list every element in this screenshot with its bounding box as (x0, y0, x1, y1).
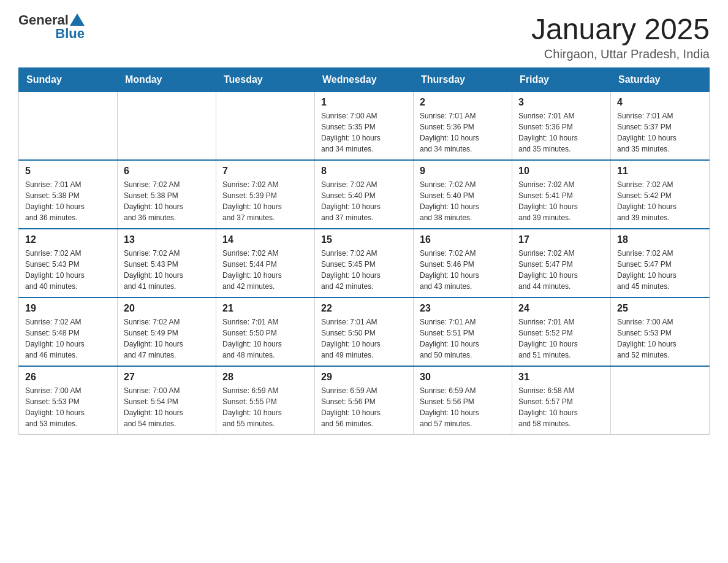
day-number: 20 (124, 303, 210, 314)
day-number: 7 (222, 166, 308, 177)
title-area: January 2025 Chirgaon, Uttar Pradesh, In… (531, 12, 710, 61)
calendar-cell: 12Sunrise: 7:02 AM Sunset: 5:43 PM Dayli… (19, 229, 118, 297)
day-info: Sunrise: 7:01 AM Sunset: 5:36 PM Dayligh… (420, 110, 506, 155)
day-number: 9 (420, 166, 506, 177)
day-info: Sunrise: 7:02 AM Sunset: 5:40 PM Dayligh… (321, 179, 407, 223)
day-number: 14 (222, 234, 308, 245)
day-number: 21 (222, 303, 308, 314)
calendar-cell (118, 92, 216, 161)
day-info: Sunrise: 7:02 AM Sunset: 5:42 PM Dayligh… (617, 179, 703, 223)
calendar-cell: 13Sunrise: 7:02 AM Sunset: 5:43 PM Dayli… (118, 229, 216, 297)
day-info: Sunrise: 6:59 AM Sunset: 5:55 PM Dayligh… (222, 385, 308, 429)
day-info: Sunrise: 7:01 AM Sunset: 5:50 PM Dayligh… (222, 316, 308, 361)
day-info: Sunrise: 7:02 AM Sunset: 5:47 PM Dayligh… (617, 248, 703, 292)
calendar-cell: 28Sunrise: 6:59 AM Sunset: 5:55 PM Dayli… (216, 366, 315, 435)
week-row-3: 12Sunrise: 7:02 AM Sunset: 5:43 PM Dayli… (19, 229, 710, 297)
day-header-thursday: Thursday (414, 68, 512, 92)
day-info: Sunrise: 7:02 AM Sunset: 5:49 PM Dayligh… (124, 316, 210, 361)
calendar-cell: 20Sunrise: 7:02 AM Sunset: 5:49 PM Dayli… (118, 297, 216, 366)
day-info: Sunrise: 7:02 AM Sunset: 5:39 PM Dayligh… (222, 179, 308, 223)
calendar-cell: 2Sunrise: 7:01 AM Sunset: 5:36 PM Daylig… (414, 92, 512, 161)
day-header-tuesday: Tuesday (216, 68, 315, 92)
day-info: Sunrise: 7:02 AM Sunset: 5:47 PM Dayligh… (518, 248, 604, 292)
day-number: 2 (420, 97, 506, 108)
day-number: 12 (25, 234, 111, 245)
week-row-4: 19Sunrise: 7:02 AM Sunset: 5:48 PM Dayli… (19, 297, 710, 366)
day-info: Sunrise: 7:01 AM Sunset: 5:37 PM Dayligh… (617, 110, 703, 155)
calendar-cell: 8Sunrise: 7:02 AM Sunset: 5:40 PM Daylig… (315, 160, 414, 229)
day-info: Sunrise: 7:01 AM Sunset: 5:52 PM Dayligh… (518, 316, 604, 361)
calendar-cell: 27Sunrise: 7:00 AM Sunset: 5:54 PM Dayli… (118, 366, 216, 435)
days-of-week-row: SundayMondayTuesdayWednesdayThursdayFrid… (19, 68, 710, 92)
day-number: 31 (518, 372, 604, 383)
calendar-cell: 7Sunrise: 7:02 AM Sunset: 5:39 PM Daylig… (216, 160, 315, 229)
calendar-cell: 4Sunrise: 7:01 AM Sunset: 5:37 PM Daylig… (611, 92, 710, 161)
week-row-2: 5Sunrise: 7:01 AM Sunset: 5:38 PM Daylig… (19, 160, 710, 229)
day-number: 16 (420, 234, 506, 245)
day-number: 29 (321, 372, 407, 383)
day-number: 8 (321, 166, 407, 177)
calendar-cell: 26Sunrise: 7:00 AM Sunset: 5:53 PM Dayli… (19, 366, 118, 435)
calendar-cell: 1Sunrise: 7:00 AM Sunset: 5:35 PM Daylig… (315, 92, 414, 161)
day-number: 19 (25, 303, 111, 314)
svg-marker-0 (70, 13, 85, 26)
calendar-cell: 10Sunrise: 7:02 AM Sunset: 5:41 PM Dayli… (512, 160, 611, 229)
logo: General Blue (18, 12, 85, 42)
logo-blue: Blue (55, 26, 85, 42)
calendar-cell: 5Sunrise: 7:01 AM Sunset: 5:38 PM Daylig… (19, 160, 118, 229)
day-number: 26 (25, 372, 111, 383)
day-number: 11 (617, 166, 703, 177)
calendar-cell: 11Sunrise: 7:02 AM Sunset: 5:42 PM Dayli… (611, 160, 710, 229)
day-number: 24 (518, 303, 604, 314)
calendar-cell: 16Sunrise: 7:02 AM Sunset: 5:46 PM Dayli… (414, 229, 512, 297)
day-number: 6 (124, 166, 210, 177)
day-number: 5 (25, 166, 111, 177)
calendar-cell: 29Sunrise: 6:59 AM Sunset: 5:56 PM Dayli… (315, 366, 414, 435)
day-number: 1 (321, 97, 407, 108)
calendar-cell: 31Sunrise: 6:58 AM Sunset: 5:57 PM Dayli… (512, 366, 611, 435)
day-info: Sunrise: 7:02 AM Sunset: 5:46 PM Dayligh… (420, 248, 506, 292)
day-info: Sunrise: 7:02 AM Sunset: 5:40 PM Dayligh… (420, 179, 506, 223)
day-info: Sunrise: 6:59 AM Sunset: 5:56 PM Dayligh… (420, 385, 506, 429)
calendar-cell: 21Sunrise: 7:01 AM Sunset: 5:50 PM Dayli… (216, 297, 315, 366)
calendar-cell: 18Sunrise: 7:02 AM Sunset: 5:47 PM Dayli… (611, 229, 710, 297)
calendar-cell: 22Sunrise: 7:01 AM Sunset: 5:50 PM Dayli… (315, 297, 414, 366)
calendar-cell (19, 92, 118, 161)
day-info: Sunrise: 7:02 AM Sunset: 5:44 PM Dayligh… (222, 248, 308, 292)
day-info: Sunrise: 7:00 AM Sunset: 5:53 PM Dayligh… (617, 316, 703, 361)
day-info: Sunrise: 7:02 AM Sunset: 5:48 PM Dayligh… (25, 316, 111, 361)
day-number: 15 (321, 234, 407, 245)
day-info: Sunrise: 6:59 AM Sunset: 5:56 PM Dayligh… (321, 385, 407, 429)
calendar-cell: 15Sunrise: 7:02 AM Sunset: 5:45 PM Dayli… (315, 229, 414, 297)
day-info: Sunrise: 7:00 AM Sunset: 5:54 PM Dayligh… (124, 385, 210, 429)
day-number: 18 (617, 234, 703, 245)
calendar-cell (611, 366, 710, 435)
day-info: Sunrise: 7:01 AM Sunset: 5:51 PM Dayligh… (420, 316, 506, 361)
week-row-5: 26Sunrise: 7:00 AM Sunset: 5:53 PM Dayli… (19, 366, 710, 435)
week-row-1: 1Sunrise: 7:00 AM Sunset: 5:35 PM Daylig… (19, 92, 710, 161)
calendar-cell: 19Sunrise: 7:02 AM Sunset: 5:48 PM Dayli… (19, 297, 118, 366)
day-info: Sunrise: 7:00 AM Sunset: 5:53 PM Dayligh… (25, 385, 111, 429)
day-info: Sunrise: 7:01 AM Sunset: 5:36 PM Dayligh… (518, 110, 604, 155)
day-info: Sunrise: 6:58 AM Sunset: 5:57 PM Dayligh… (518, 385, 604, 429)
day-number: 3 (518, 97, 604, 108)
day-number: 10 (518, 166, 604, 177)
day-header-monday: Monday (118, 68, 216, 92)
day-header-sunday: Sunday (19, 68, 118, 92)
day-info: Sunrise: 7:02 AM Sunset: 5:41 PM Dayligh… (518, 179, 604, 223)
day-number: 28 (222, 372, 308, 383)
calendar-cell: 6Sunrise: 7:02 AM Sunset: 5:38 PM Daylig… (118, 160, 216, 229)
calendar-cell: 25Sunrise: 7:00 AM Sunset: 5:53 PM Dayli… (611, 297, 710, 366)
calendar-cell: 17Sunrise: 7:02 AM Sunset: 5:47 PM Dayli… (512, 229, 611, 297)
day-number: 17 (518, 234, 604, 245)
calendar-cell: 14Sunrise: 7:02 AM Sunset: 5:44 PM Dayli… (216, 229, 315, 297)
day-info: Sunrise: 7:01 AM Sunset: 5:38 PM Dayligh… (25, 179, 111, 223)
calendar-cell: 9Sunrise: 7:02 AM Sunset: 5:40 PM Daylig… (414, 160, 512, 229)
calendar-cell: 23Sunrise: 7:01 AM Sunset: 5:51 PM Dayli… (414, 297, 512, 366)
day-header-friday: Friday (512, 68, 611, 92)
day-info: Sunrise: 7:02 AM Sunset: 5:45 PM Dayligh… (321, 248, 407, 292)
day-number: 25 (617, 303, 703, 314)
day-number: 13 (124, 234, 210, 245)
calendar-cell: 3Sunrise: 7:01 AM Sunset: 5:36 PM Daylig… (512, 92, 611, 161)
day-info: Sunrise: 7:02 AM Sunset: 5:43 PM Dayligh… (25, 248, 111, 292)
